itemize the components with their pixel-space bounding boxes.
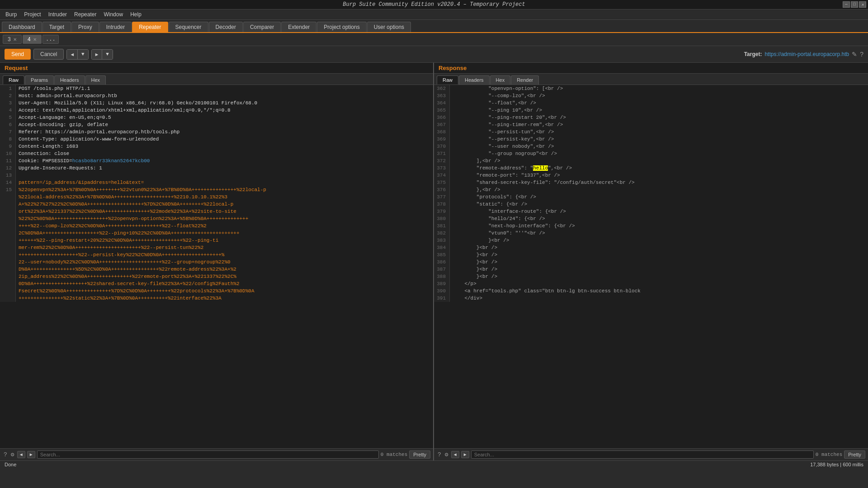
line-number: 389 (434, 280, 450, 287)
line-content: "hello/24": {<br /> (450, 215, 868, 222)
minimize-button[interactable]: ─ (843, 1, 850, 8)
line-number: 390 (434, 287, 450, 295)
request-code-area[interactable]: 1POST /tools.php HTTP/1.12Host: admin-po… (0, 85, 433, 448)
table-row: 367 "--ping-timer-rem",<br /> (434, 121, 868, 128)
line-content: "--user nobody",<br /> (450, 143, 868, 150)
line-content: "--ping-timer-rem",<br /> (450, 121, 868, 128)
prev-nav: ◀ ▼ (66, 49, 88, 60)
response-sub-tabs: Raw Headers Hex Render (434, 74, 868, 85)
line-content: "interface-route": {<br /> (450, 208, 868, 215)
line-number: 10 (0, 150, 16, 157)
req-help-icon[interactable]: ? (3, 451, 8, 458)
table-row: 366 "--ping-restart 20",<br /> (434, 114, 868, 121)
tab-decoder[interactable]: Decoder (209, 22, 243, 32)
tab-extender[interactable]: Extender (281, 22, 316, 32)
resp-tab-raw[interactable]: Raw (437, 75, 458, 84)
resp-tab-headers[interactable]: Headers (459, 75, 490, 84)
line-number: 374 (434, 172, 450, 179)
tab-repeater[interactable]: Repeater (132, 22, 168, 32)
cancel-button[interactable]: Cancel (33, 49, 64, 60)
tab-user-options[interactable]: User options (367, 22, 411, 32)
line-number: 1 (0, 85, 16, 92)
line-number: 5 (0, 114, 16, 121)
next-dropdown[interactable]: ▼ (102, 50, 113, 59)
resp-settings-icon[interactable]: ⚙ (444, 451, 449, 458)
table-row: 10Connection: close (0, 150, 433, 157)
resp-tab-hex[interactable]: Hex (490, 75, 511, 84)
repeater-tab-4[interactable]: 4 ✕ (23, 35, 42, 44)
line-number: 368 (434, 128, 450, 136)
req-search-next[interactable]: ▶ (27, 451, 35, 458)
repeater-tab-3[interactable]: 3 ✕ (3, 35, 22, 44)
table-row: 5Accept-Language: en-US,en;q=0.5 (0, 114, 433, 121)
response-search-input[interactable] (471, 450, 814, 459)
prev-dropdown[interactable]: ▼ (78, 50, 88, 59)
line-content: pattern=/ip_address/&ipaddress=hello&tex… (16, 179, 433, 186)
resp-help-icon[interactable]: ? (437, 451, 442, 458)
line-number: 372 (434, 157, 450, 164)
response-code-area[interactable]: 362 "openvpn-option": [<br />363 "--comp… (434, 85, 868, 448)
req-tab-raw[interactable]: Raw (3, 75, 24, 84)
tab-comparer[interactable]: Comparer (243, 22, 281, 32)
window-controls[interactable]: ─ □ ✕ (843, 1, 866, 8)
request-search-input[interactable] (37, 450, 379, 459)
tab-project-options[interactable]: Project options (317, 22, 366, 32)
resp-pretty-button[interactable]: Pretty (844, 450, 865, 459)
line-content: "--persist-key",<br /> (450, 136, 868, 143)
main-content: Request Raw Params Headers Hex 1POST /to… (0, 63, 868, 460)
close-button[interactable]: ✕ (859, 1, 866, 8)
maximize-button[interactable]: □ (851, 1, 858, 8)
line-number: 385 (434, 251, 450, 258)
line-number: 363 (434, 92, 450, 99)
resp-tab-render[interactable]: Render (511, 75, 539, 84)
req-tab-params[interactable]: Params (25, 75, 54, 84)
repeater-more-tabs[interactable]: ... (42, 35, 59, 44)
line-number: 379 (434, 208, 450, 215)
menu-burp[interactable]: Burp (2, 10, 20, 19)
table-row: 0D%0A++++++++++++++++++%22shared-secret-… (0, 280, 433, 287)
line-content: Cookie: PHPSESSID=hcasbo8arr33knan52647k… (16, 157, 433, 164)
edit-target-icon[interactable]: ✎ (852, 51, 857, 58)
menu-intruder[interactable]: Intruder (45, 10, 71, 19)
line-number: 388 (434, 273, 450, 280)
next-button[interactable]: ▶ (92, 50, 103, 59)
line-content: 0D%0A++++++++++++++++++%22shared-secret-… (16, 280, 433, 287)
menu-bar: Burp Project Intruder Repeater Window He… (0, 9, 868, 20)
close-tab-4-icon[interactable]: ✕ (33, 37, 37, 42)
table-row: 385 }<br /> (434, 251, 868, 258)
table-row: 7Referer: https://admin-portal.europacor… (0, 128, 433, 136)
line-content: </p> (450, 280, 868, 287)
request-panel: Request Raw Params Headers Hex 1POST /to… (0, 63, 434, 460)
table-row: 374 "remote-port": "1337",<br /> (434, 172, 868, 179)
req-tab-hex[interactable]: Hex (85, 75, 106, 84)
tab-dashboard[interactable]: Dashboard (2, 22, 42, 32)
tab-target[interactable]: Target (42, 22, 71, 32)
resp-search-next[interactable]: ▶ (461, 451, 469, 458)
tab-proxy[interactable]: Proxy (71, 22, 99, 32)
menu-repeater[interactable]: Repeater (71, 10, 100, 19)
req-pretty-button[interactable]: Pretty (409, 450, 430, 459)
req-search-prev[interactable]: ◀ (17, 451, 25, 458)
line-number: 373 (434, 164, 450, 172)
line-content: },<br /> (450, 186, 868, 193)
tab-sequencer[interactable]: Sequencer (169, 22, 208, 32)
line-number: 381 (434, 222, 450, 230)
tab-intruder[interactable]: Intruder (99, 22, 132, 32)
line-content: Content-Type: application/x-www-form-url… (16, 136, 433, 143)
line-content: "remote-port": "1337",<br /> (450, 172, 868, 179)
req-settings-icon[interactable]: ⚙ (10, 451, 15, 458)
line-number (0, 280, 16, 287)
prev-button[interactable]: ◀ (67, 50, 78, 59)
line-number: 367 (434, 121, 450, 128)
line-content: }<br /> (450, 258, 868, 266)
menu-window[interactable]: Window (100, 10, 127, 19)
menu-help[interactable]: Help (127, 10, 145, 19)
resp-search-prev[interactable]: ◀ (451, 451, 459, 458)
line-content: 22--user+nobody%22%2C%0D%0A+++++++++++++… (16, 258, 433, 266)
help-icon[interactable]: ? (860, 51, 863, 58)
req-tab-headers[interactable]: Headers (54, 75, 85, 84)
send-button[interactable]: Send (5, 49, 31, 60)
table-row: 3User-Agent: Mozilla/5.0 (X11; Linux x86… (0, 99, 433, 107)
close-tab-3-icon[interactable]: ✕ (13, 37, 17, 42)
menu-project[interactable]: Project (20, 10, 44, 19)
